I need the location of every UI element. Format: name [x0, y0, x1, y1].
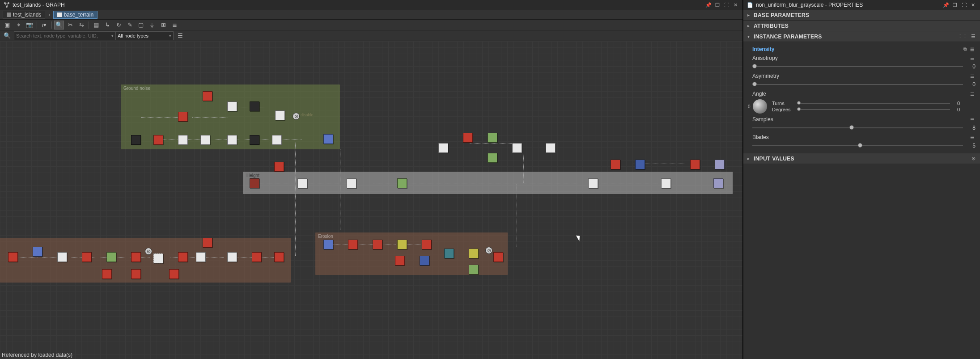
node[interactable]	[422, 240, 432, 249]
menu-icon[interactable]: ☰	[968, 116, 976, 123]
node[interactable]	[397, 178, 407, 188]
menu-icon[interactable]: ☰	[968, 46, 976, 53]
samples-slider[interactable]	[752, 127, 963, 128]
node[interactable]	[178, 112, 188, 122]
node[interactable]	[493, 252, 503, 262]
angle-turns-value[interactable]: 0	[953, 101, 960, 106]
node[interactable]	[661, 178, 671, 188]
node[interactable]	[57, 252, 67, 262]
node[interactable]	[203, 91, 212, 101]
pin-icon[interactable]: 📌	[942, 1, 950, 9]
blades-value[interactable]: 5	[967, 143, 976, 149]
node[interactable]	[153, 253, 163, 263]
node[interactable]	[82, 252, 92, 262]
graph-viewport[interactable]: Ground noise Height Erosion	[0, 41, 742, 359]
fit-icon[interactable]: ▣	[2, 21, 12, 30]
angle-degrees-value[interactable]: 0	[953, 107, 960, 112]
node[interactable]	[488, 133, 497, 143]
maximize-icon[interactable]: ⛶	[959, 1, 968, 9]
node[interactable]	[274, 252, 284, 262]
menu-icon[interactable]: ☰	[968, 90, 976, 97]
node[interactable]	[272, 135, 282, 145]
node[interactable]	[373, 240, 382, 249]
route-icon[interactable]: ↳	[102, 21, 112, 30]
angle-degrees-slider[interactable]	[797, 109, 950, 110]
node[interactable]	[250, 178, 259, 188]
camera-icon[interactable]: 📷	[25, 21, 34, 30]
restore-icon[interactable]: ❐	[713, 1, 722, 9]
node[interactable]	[250, 101, 259, 111]
close-icon[interactable]: ✕	[731, 1, 740, 9]
node[interactable]	[250, 135, 259, 145]
node[interactable]	[169, 269, 179, 279]
node[interactable]	[227, 135, 237, 145]
node[interactable]	[153, 135, 163, 145]
node[interactable]	[348, 240, 358, 249]
maximize-icon[interactable]: ⛶	[722, 1, 731, 9]
info-icon[interactable]: i▾	[39, 21, 49, 30]
anisotropy-value[interactable]: 0	[967, 63, 976, 70]
node[interactable]	[203, 238, 212, 248]
restore-icon[interactable]: ❐	[950, 1, 959, 9]
blades-slider[interactable]	[752, 145, 963, 146]
node[interactable]	[488, 153, 497, 163]
highlight-icon[interactable]: ▤	[91, 21, 101, 30]
node[interactable]	[463, 133, 473, 143]
frame-erosion[interactable]: Erosion	[315, 232, 508, 275]
node[interactable]	[397, 240, 407, 249]
link-cut-icon[interactable]: ✂	[65, 21, 75, 30]
node[interactable]	[8, 252, 18, 262]
node[interactable]	[690, 160, 700, 169]
search-input[interactable]	[14, 31, 117, 40]
section-settings-icon[interactable]: ☰	[969, 33, 977, 41]
search-icon[interactable]: 🔍	[2, 31, 12, 40]
node[interactable]	[227, 101, 237, 111]
menu-icon[interactable]: ☰	[968, 72, 976, 80]
node[interactable]	[347, 178, 356, 188]
node[interactable]	[444, 249, 454, 258]
node[interactable]	[102, 269, 112, 279]
asymmetry-value[interactable]: 0	[967, 81, 976, 88]
node[interactable]	[297, 178, 307, 188]
node[interactable]	[323, 240, 333, 249]
crop-icon[interactable]: ▢	[136, 21, 146, 30]
section-input-values[interactable]: ▸ INPUT VALUES ⊙	[743, 153, 980, 164]
node[interactable]	[469, 249, 479, 258]
grid-icon[interactable]: ⊞	[158, 21, 168, 30]
edit-icon[interactable]: ✎	[125, 21, 135, 30]
expose-icon[interactable]: ⧉	[961, 46, 968, 53]
node[interactable]	[227, 252, 237, 262]
frame-selected-icon[interactable]: ⌖	[13, 21, 23, 30]
node[interactable]	[33, 247, 42, 257]
menu-icon[interactable]: ☰	[968, 134, 976, 141]
filter-settings-icon[interactable]: ☰	[175, 31, 185, 40]
node[interactable]	[274, 162, 284, 172]
section-base-parameters[interactable]: ▸ BASE PARAMETERS	[743, 10, 980, 21]
node[interactable]	[178, 252, 188, 262]
node-type-filter[interactable]: All node types ▾	[115, 31, 174, 40]
node[interactable]	[588, 178, 598, 188]
section-menu-icon[interactable]: ⋮⋮	[959, 33, 967, 41]
node[interactable]	[420, 256, 429, 266]
node[interactable]	[252, 252, 262, 262]
section-instance-parameters[interactable]: ▾ INSTANCE PARAMETERS ⋮⋮ ☰	[743, 31, 980, 42]
node[interactable]	[196, 252, 206, 262]
angle-dial[interactable]	[752, 99, 768, 114]
pin-node-icon[interactable]: ⏚	[147, 21, 157, 30]
menu-icon[interactable]: ☰	[968, 55, 976, 62]
node[interactable]	[323, 134, 333, 144]
pin-icon[interactable]: 📌	[704, 1, 713, 9]
refresh-icon[interactable]: ↻	[114, 21, 123, 30]
node[interactable]	[106, 252, 116, 262]
frame-bottom-left[interactable]	[0, 238, 291, 283]
node[interactable]	[438, 143, 448, 153]
section-attributes[interactable]: ▸ ATTRIBUTES	[743, 21, 980, 31]
angle-turns-slider[interactable]	[797, 103, 950, 104]
breadcrumb-item-root[interactable]: test_islands	[3, 11, 45, 19]
node[interactable]	[131, 252, 141, 262]
node[interactable]	[200, 135, 210, 145]
node[interactable]	[395, 256, 405, 266]
node[interactable]	[635, 160, 645, 169]
auto-arrange-icon[interactable]: ⇆	[76, 21, 86, 30]
breadcrumb-item-current[interactable]: base_terrain	[53, 11, 98, 19]
